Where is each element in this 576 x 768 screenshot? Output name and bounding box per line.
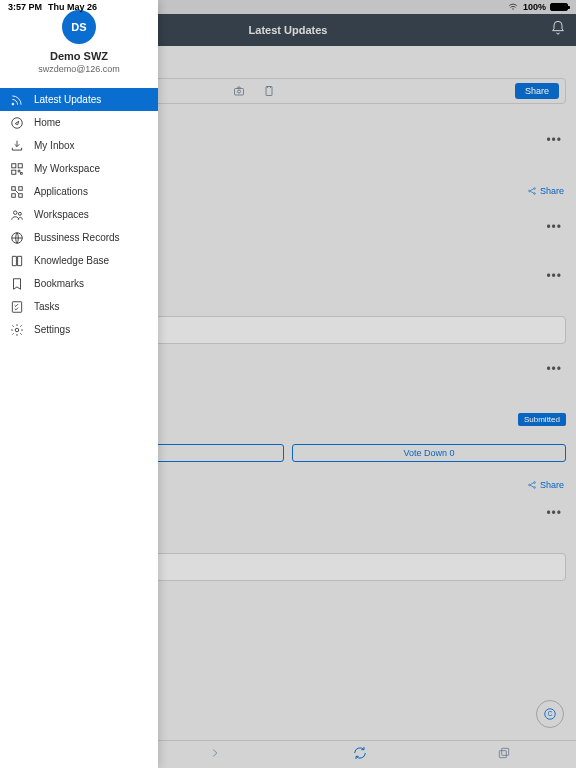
svg-point-23 [18, 212, 21, 215]
menu-item-bookmarks[interactable]: Bookmarks [0, 272, 158, 295]
menu-label: Settings [34, 324, 70, 335]
svg-rect-21 [19, 193, 23, 197]
battery-pct: 100% [523, 2, 546, 12]
menu-label: Latest Updates [34, 94, 101, 105]
profile-email: swzdemo@126.com [0, 64, 158, 74]
globe-icon [10, 231, 24, 245]
menu-item-settings[interactable]: Settings [0, 318, 158, 341]
inbox-icon [10, 139, 24, 153]
svg-rect-18 [12, 186, 16, 190]
menu-label: Bussiness Records [34, 232, 120, 243]
menu-label: Home [34, 117, 61, 128]
profile-name: Demo SWZ [0, 50, 158, 62]
side-menu: DS Demo SWZ swzdemo@126.com Latest Updat… [0, 0, 158, 768]
menu-item-my-workspace[interactable]: My Workspace [0, 157, 158, 180]
svg-point-26 [15, 328, 19, 332]
checklist-icon [10, 300, 24, 314]
svg-rect-15 [12, 163, 16, 167]
svg-point-13 [12, 103, 14, 105]
menu-label: Applications [34, 186, 88, 197]
gear-icon [10, 323, 24, 337]
apps-icon [10, 185, 24, 199]
book-icon [10, 254, 24, 268]
rss-icon [10, 93, 24, 107]
menu-label: My Workspace [34, 163, 100, 174]
menu-item-applications[interactable]: Applications [0, 180, 158, 203]
menu-item-tasks[interactable]: Tasks [0, 295, 158, 318]
menu-label: Bookmarks [34, 278, 84, 289]
menu-label: Workspaces [34, 209, 89, 220]
status-bar: 3:57 PM Thu May 26 100% [0, 0, 576, 14]
battery-icon [550, 3, 568, 11]
menu-item-bussiness-records[interactable]: Bussiness Records [0, 226, 158, 249]
menu-label: My Inbox [34, 140, 75, 151]
svg-point-14 [12, 117, 23, 128]
menu-item-latest-updates[interactable]: Latest Updates [0, 88, 158, 111]
menu-label: Tasks [34, 301, 60, 312]
menu-item-my-inbox[interactable]: My Inbox [0, 134, 158, 157]
svg-rect-19 [19, 186, 23, 190]
svg-rect-25 [12, 301, 21, 312]
menu-item-knowledge-base[interactable]: Knowledge Base [0, 249, 158, 272]
svg-rect-16 [18, 163, 22, 167]
svg-rect-20 [12, 193, 16, 197]
svg-point-22 [14, 210, 18, 214]
status-time: 3:57 PM [8, 2, 42, 12]
users-icon [10, 208, 24, 222]
menu-item-home[interactable]: Home [0, 111, 158, 134]
svg-rect-17 [12, 170, 16, 174]
menu-label: Knowledge Base [34, 255, 109, 266]
avatar[interactable]: DS [62, 10, 96, 44]
bookmark-icon [10, 277, 24, 291]
wifi-icon [507, 2, 519, 12]
qr-icon [10, 162, 24, 176]
menu-item-workspaces[interactable]: Workspaces [0, 203, 158, 226]
menu-list: Latest UpdatesHomeMy InboxMy WorkspaceAp… [0, 88, 158, 341]
status-date: Thu May 26 [48, 2, 97, 12]
compass-icon [10, 116, 24, 130]
